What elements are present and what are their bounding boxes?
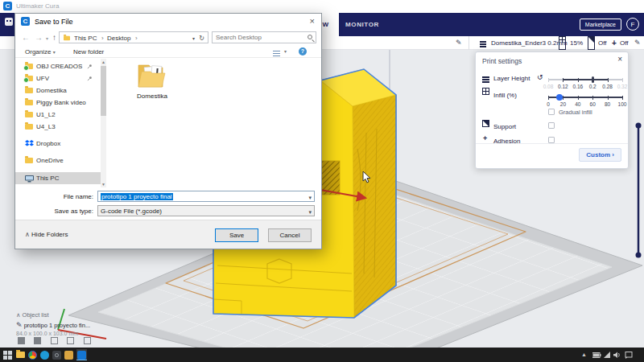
dialog-footer: ∧ Hide Folders Save Cancel xyxy=(15,220,321,249)
reset-layer-height-icon[interactable]: ↺ xyxy=(537,73,543,81)
support-icon xyxy=(482,120,489,127)
cura-app-icon: C xyxy=(3,2,12,10)
layer-height-handle[interactable] xyxy=(592,76,594,83)
sidebar-item-this-pc[interactable]: This PC xyxy=(15,172,101,184)
close-panel-icon[interactable]: × xyxy=(617,55,622,64)
infill-handle[interactable] xyxy=(556,94,563,101)
capture-app-icon[interactable] xyxy=(52,351,61,360)
search-input[interactable] xyxy=(213,32,299,43)
file-name-value: prototipo 1 proyecto final xyxy=(101,193,173,200)
support-summary-icon xyxy=(588,36,595,50)
gradual-infill-checkbox[interactable] xyxy=(548,109,555,115)
account-avatar[interactable]: F xyxy=(626,18,639,31)
address-bar[interactable]: This PC › Desktop › ▾ ↻ xyxy=(59,31,208,43)
hide-folders-button[interactable]: ∧ Hide Folders xyxy=(25,231,68,238)
screen: C Ultimaker Cura PREVIEW MONITOR Marketp… xyxy=(0,0,644,362)
adhesion-icon: + xyxy=(483,134,487,142)
start-button[interactable] xyxy=(3,350,14,360)
refresh-icon[interactable]: ↻ xyxy=(199,35,204,42)
custom-settings-button[interactable]: Custom › xyxy=(579,148,621,162)
organize-button[interactable]: Organize ▾ xyxy=(25,48,56,56)
new-folder-button[interactable]: New folder xyxy=(73,48,104,56)
system-tray[interactable] xyxy=(592,352,633,359)
view-front-icon[interactable] xyxy=(34,337,41,344)
breadcrumb-folder[interactable]: Desktop xyxy=(107,35,130,42)
save-as-type-dropdown-icon[interactable]: ▾ xyxy=(308,207,312,217)
gradual-infill-label: Gradual infill xyxy=(559,109,592,116)
network-icon xyxy=(604,352,610,358)
support-checkbox[interactable] xyxy=(548,122,555,129)
save-to-file-dialog: C Save to File × ← → ▾ ↑ This PC › Deskt… xyxy=(14,13,322,249)
chrome-icon[interactable] xyxy=(28,351,37,360)
sidebar-item-piggy-bank-video[interactable]: Piggy Bank video xyxy=(15,97,101,109)
volume-icon xyxy=(613,352,619,359)
print-settings-panel: Print settings × Layer Height ↺ 0.08 0.1… xyxy=(475,51,629,169)
support-label: Support xyxy=(493,123,516,130)
infill-slider[interactable]: 0 20 40 60 80 100 xyxy=(548,97,622,98)
up-icon[interactable]: ↑ xyxy=(52,33,56,42)
view-3d-icon[interactable] xyxy=(18,337,25,344)
search-box[interactable] xyxy=(212,31,316,43)
file-list-area[interactable]: Domestika xyxy=(107,59,320,187)
view-top-icon[interactable] xyxy=(51,337,58,344)
folder-icon xyxy=(25,158,33,163)
view-left-icon[interactable] xyxy=(67,337,74,344)
scroll-up-icon[interactable]: ▲ xyxy=(101,60,106,64)
sidebar-item-ufv[interactable]: UFV xyxy=(15,72,101,84)
sidebar-item-obj-creados[interactable]: OBJ CREADOS xyxy=(15,60,101,72)
scroll-down-icon[interactable]: ▼ xyxy=(101,182,106,187)
sidebar-item-domestika[interactable]: Domestika xyxy=(15,84,101,97)
photos-app-icon[interactable] xyxy=(64,351,73,360)
breadcrumb-separator: › xyxy=(101,35,104,42)
help-icon[interactable]: ? xyxy=(299,47,307,56)
adhesion-checkbox[interactable] xyxy=(548,137,555,143)
edit-material-icon[interactable]: ✎ xyxy=(456,36,462,50)
save-as-type-label: Save as type: xyxy=(19,208,93,215)
file-name-dropdown-icon[interactable]: ▾ xyxy=(308,192,312,203)
dialog-titlebar[interactable]: C Save to File × xyxy=(15,14,321,30)
cancel-button[interactable]: Cancel xyxy=(268,228,312,242)
sidebar-item-onedrive[interactable]: OneDrive xyxy=(15,154,101,167)
object-name[interactable]: prototipo 1 proyecto fin... xyxy=(24,322,91,329)
view-options-dropdown-icon[interactable]: ▾ xyxy=(284,48,287,54)
hide-folders-icon: ∧ xyxy=(25,231,30,238)
layer-height-slider[interactable]: 0.08 0.12 0.16 0.2 0.28 0.32 xyxy=(548,79,622,80)
save-button[interactable]: Save xyxy=(215,228,258,242)
breadcrumb-root[interactable]: This PC xyxy=(74,35,97,42)
computer-icon xyxy=(25,175,34,183)
back-icon[interactable]: ← xyxy=(22,33,30,42)
address-dropdown-icon[interactable]: ▾ xyxy=(192,35,195,41)
file-item-domestika[interactable]: Domestika xyxy=(126,62,178,118)
sidebar-scrollbar[interactable]: ▲ ▼ xyxy=(101,59,106,187)
edit-print-settings-icon[interactable]: ✎ xyxy=(634,36,641,50)
dialog-title: Save to File xyxy=(35,18,73,26)
view-right-icon[interactable] xyxy=(84,337,91,344)
cura-taskbar-icon[interactable] xyxy=(76,349,87,360)
recent-locations-icon[interactable]: ▾ xyxy=(46,35,48,41)
hidden-icons-chevron[interactable]: ▲ xyxy=(581,352,587,357)
print-settings-title: Print settings xyxy=(482,57,522,65)
scrollbar-thumb[interactable] xyxy=(101,66,106,116)
support-summary-value: Off xyxy=(598,36,607,50)
dialog-close-icon[interactable]: × xyxy=(310,16,315,26)
view-options-icon[interactable] xyxy=(273,49,280,58)
rename-object-icon[interactable]: ✎ xyxy=(16,321,23,329)
printer-profile-label[interactable]: Domestika_Ender3 0.2mm xyxy=(491,36,568,50)
file-explorer-icon[interactable] xyxy=(16,352,25,358)
file-name-input[interactable]: prototipo 1 proyecto final ▾ xyxy=(97,191,315,202)
save-as-type-select[interactable]: G-code File (*.gcode) ▾ xyxy=(97,205,315,216)
marketplace-button[interactable]: Marketplace xyxy=(580,19,621,31)
skype-icon[interactable] xyxy=(40,351,49,360)
sidebar-item-dropbox[interactable]: Dropbox xyxy=(15,138,101,150)
object-list-label[interactable]: Object list xyxy=(23,311,49,319)
sidebar-item-u4-l3[interactable]: U4_L3 xyxy=(15,121,101,133)
layer-height-icon xyxy=(482,72,489,84)
collapse-object-list-icon[interactable]: ∧ xyxy=(16,311,21,319)
sidebar-item-u1-l2[interactable]: U1_L2 xyxy=(15,109,101,121)
file-item-label: Domestika xyxy=(126,93,178,100)
forward-icon[interactable]: → xyxy=(35,33,43,42)
dropbox-icon xyxy=(25,140,34,147)
dialog-sidebar: OBJ CREADOS UFV Domestika Piggy Bank vid… xyxy=(15,59,101,187)
folder-icon xyxy=(25,100,33,105)
tab-monitor[interactable]: MONITOR xyxy=(341,13,383,36)
